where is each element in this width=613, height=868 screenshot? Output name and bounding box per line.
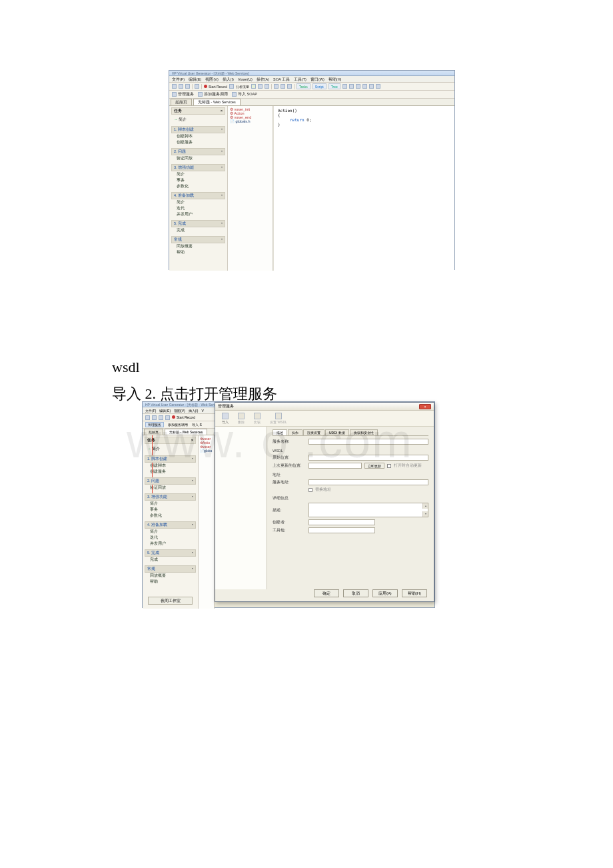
tab-ws-2[interactable]: 无标题 - Web Services [165,429,207,435]
menu-tools[interactable]: 工具(T) [294,76,306,82]
textarea-desc[interactable]: ▴ ▾ [308,503,428,517]
input-creator[interactable] [308,519,375,525]
s2-sec4[interactable]: 4. 准备加载▾ [145,521,196,529]
start-record-button[interactable]: Start Record [204,85,227,89]
item-transaction[interactable]: 事务 [171,177,225,183]
menu-soa-tools[interactable]: SOA 工具 [273,76,290,82]
menu-edit-2[interactable]: 编辑(E) [159,407,171,413]
s2-sec5[interactable]: 5. 完成▾ [145,549,196,557]
item-finish[interactable]: 完成 [171,227,225,233]
item-intro-4[interactable]: 简介 [171,199,225,205]
btn-help[interactable]: 帮助(H) [402,589,427,597]
menu-help[interactable]: 帮助(H) [328,76,342,82]
script-button[interactable]: Script [312,83,326,89]
scroll-down-icon[interactable]: ▾ [422,511,428,517]
menu-window[interactable]: 窗口(W) [310,76,324,82]
f2-globals[interactable]: 📄globa [200,449,213,453]
manage-services-2[interactable]: 管理服务 [145,422,164,427]
btn-cancel[interactable]: 取消 [343,589,368,597]
compile-icon[interactable] [274,84,279,89]
menu-edit[interactable]: 编辑(E) [189,76,201,82]
add-service-call-2[interactable]: 添加服务调用 [168,423,188,427]
s2-i5a[interactable]: 完成 [145,557,196,563]
btn-update-now[interactable]: 立即更新 [364,463,384,469]
misc-icon-2[interactable] [349,84,354,89]
input-toolkit[interactable] [308,527,375,533]
misc-icon-5[interactable] [369,84,374,89]
dialog-service-list[interactable] [215,427,267,589]
section-1-header[interactable]: 1. 脚本创建▾ [171,126,225,133]
item-parameterize[interactable]: 参数化 [171,183,225,189]
s2-i4a[interactable]: 简介 [145,529,196,535]
new-icon-2[interactable] [145,415,150,420]
scroll-up-icon[interactable]: ▴ [422,503,428,509]
tree-button[interactable]: Tree [328,83,340,89]
item-help[interactable]: 帮助 [171,249,225,255]
start-record-2[interactable]: Start Record [172,415,195,419]
dlg-tab-sec[interactable]: 协议和安全性 [350,429,378,435]
search-icon[interactable] [195,84,199,89]
s2-sec2[interactable]: 2. 问题▾ [145,477,196,485]
misc-icon-1[interactable] [342,84,347,89]
tab-start-page[interactable]: 起始页 [171,99,192,105]
analyze-icon[interactable] [229,84,234,89]
dlg-tab-desc[interactable]: 描述 [273,429,287,435]
file-globals[interactable]: 📄 globals.h [230,119,271,123]
item-create-service[interactable]: 创建服务 [171,139,225,145]
run-icon[interactable] [281,84,285,89]
chk-auto-update[interactable] [387,464,391,468]
stop-icon[interactable] [265,84,269,89]
tab-start-2[interactable]: 起始页 [144,429,163,435]
misc-icon-6[interactable] [376,84,380,89]
btn-ok[interactable]: 确定 [314,589,339,597]
code-editor[interactable]: Action() { return 0; } [273,106,454,271]
sidebar-intro[interactable]: → 简介 [171,116,225,123]
menu-insert-2[interactable]: 插入(I) [189,407,199,413]
import-soap-button[interactable]: 导入 SOAP [232,92,257,97]
section-general-header[interactable]: 常规▾ [171,236,225,243]
menu-file[interactable]: 文件(F) [172,76,185,82]
tab-web-services[interactable]: 无标题 - Web Services [193,99,241,105]
import-soap-2[interactable]: 导入 S [192,423,202,427]
input-svc-addr[interactable] [308,479,428,485]
item-replay-summary[interactable]: 回放概要 [171,243,225,249]
s2-sec3[interactable]: 3. 增强功能▾ [145,493,196,501]
dlg-tb-compare[interactable]: 比较 [254,413,261,424]
menu-insert[interactable]: 插入(I) [223,76,234,82]
misc-icon-3[interactable] [356,84,360,89]
s2-sec1[interactable]: 1. 脚本创建▾ [145,455,196,463]
menu-view[interactable]: 视图(V) [205,76,218,82]
section-4-header[interactable]: 4. 准备加载▾ [171,192,225,199]
open-icon-2[interactable] [152,415,157,420]
section-5-header[interactable]: 5. 完成▾ [171,220,225,227]
item-verify-replay[interactable]: 验证回放 [171,155,225,161]
manage-services-button[interactable]: 管理服务 [172,92,194,97]
menu-view-2[interactable]: 视图(V) [174,407,185,413]
save-icon[interactable] [185,84,190,89]
chk-override[interactable] [308,488,312,492]
menu-action[interactable]: 操作(A) [257,76,269,82]
s2-i4c[interactable]: 并发用户 [145,541,196,547]
dlg-tab-conn[interactable]: 连接设置 [303,429,324,435]
new-icon[interactable] [172,84,177,89]
misc-icon-4[interactable] [362,84,367,89]
tasks-button[interactable]: Tasks [297,83,310,89]
section-3-header[interactable]: 3. 增强功能▾ [171,164,225,171]
dlg-tb-import[interactable]: 导入 [222,413,229,424]
dialog-close-button[interactable]: × [419,404,431,409]
item-intro-3[interactable]: 简介 [171,171,225,177]
dlg-tb-delete[interactable]: 删除 [238,413,245,424]
s2-i3c[interactable]: 参数化 [145,513,196,519]
input-orig-loc[interactable] [308,455,428,461]
input-last-update[interactable] [308,463,362,469]
night-studio-button[interactable]: 夜间工作室 [148,597,193,605]
play-icon[interactable] [251,84,256,89]
section-2-header[interactable]: 2. 问题▾ [171,148,225,155]
s2-i3b[interactable]: 事务 [145,507,196,513]
item-concurrent[interactable]: 并发用户 [171,211,225,217]
input-service-name[interactable] [308,439,428,445]
menu-vuser[interactable]: Vuser(U) [238,76,253,82]
s2-iGb[interactable]: 帮助 [145,579,196,585]
item-create-script[interactable]: 创建脚本 [171,133,225,139]
pause-icon[interactable] [258,84,263,89]
